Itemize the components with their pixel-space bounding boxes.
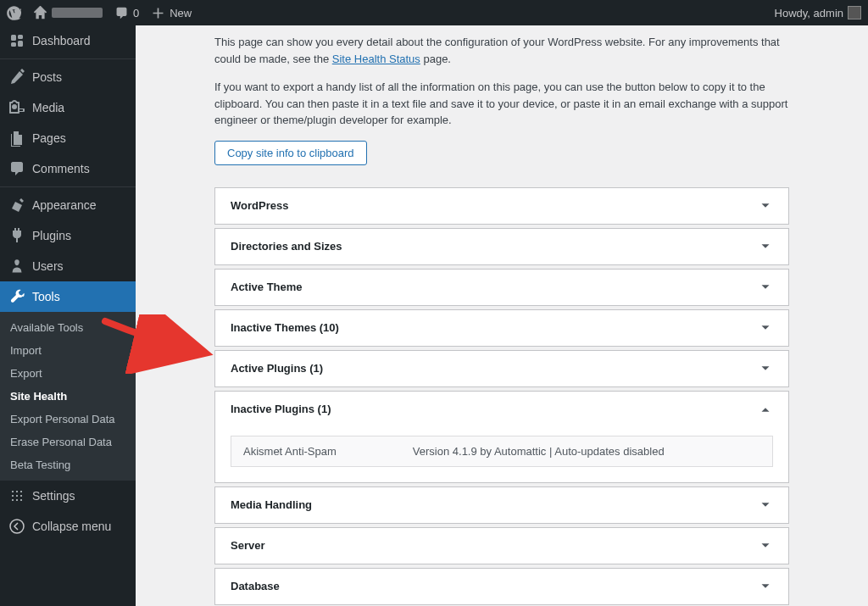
plugin-name: Akismet Anti-Spam [243,445,337,458]
panel-title: Inactive Plugins (1) [231,403,331,415]
menu-label: Media [32,101,64,114]
new-content-menu[interactable]: New [151,6,192,20]
panel-header-wordpress[interactable]: WordPress [215,188,788,224]
menu-label: Posts [32,70,62,84]
panel-media: Media Handling [214,486,789,524]
menu-posts[interactable]: Posts [0,62,136,92]
chevron-down-icon [758,239,773,254]
menu-label: Settings [32,489,75,503]
panel-title: Inactive Themes (10) [231,321,339,334]
new-label: New [170,7,192,19]
panel-header-active-plugins[interactable]: Active Plugins (1) [215,351,788,386]
chevron-down-icon [758,320,773,336]
panel-body-inactive-plugins: Akismet Anti-Spam Version 4.1.9 by Autom… [215,427,788,482]
panel-header-media[interactable]: Media Handling [215,487,788,523]
panel-title: WordPress [231,199,288,212]
submenu-import[interactable]: Import [0,339,136,362]
chevron-down-icon [758,579,773,594]
comments-menu[interactable]: 0 [114,6,139,20]
site-health-status-link[interactable]: Site Health Status [332,53,420,65]
intro-paragraph-1: This page can show you every detail abou… [214,34,789,67]
panel-directories: Directories and Sizes [214,228,789,265]
menu-media[interactable]: Media [0,92,136,123]
wp-logo-menu[interactable] [7,6,21,20]
panel-inactive-plugins: Inactive Plugins (1) Akismet Anti-Spam V… [214,391,789,483]
intro-paragraph-2: If you want to export a handy list of al… [214,79,789,129]
menu-dashboard[interactable]: Dashboard [0,25,136,56]
comment-icon [114,6,129,20]
menu-label: Plugins [32,229,71,242]
svg-point-1 [10,520,24,533]
collapse-icon [8,518,25,535]
chevron-down-icon [758,361,773,376]
menu-settings[interactable]: Settings [0,481,136,511]
media-icon [8,99,25,116]
panel-header-inactive-plugins[interactable]: Inactive Plugins (1) [215,392,788,427]
panel-inactive-themes: Inactive Themes (10) [214,309,789,347]
dashboard-icon [8,32,25,49]
panel-header-active-theme[interactable]: Active Theme [215,270,788,305]
panel-database: Database [214,568,789,605]
chevron-down-icon [758,280,773,295]
panel-wordpress: WordPress [214,187,789,225]
panel-active-plugins: Active Plugins (1) [214,350,789,387]
collapse-menu[interactable]: Collapse menu [0,511,136,542]
comments-count: 0 [133,7,139,19]
panel-active-theme: Active Theme [214,269,789,306]
panel-title: Active Plugins (1) [231,362,323,375]
site-name-menu[interactable] [33,6,103,20]
menu-label: Users [32,259,64,273]
comments-icon [8,160,25,177]
home-icon [33,6,47,20]
menu-appearance[interactable]: Appearance [0,190,136,220]
chevron-up-icon [758,402,773,417]
submenu-available-tools[interactable]: Available Tools [0,316,136,339]
copy-site-info-button[interactable]: Copy site info to clipboard [214,141,367,165]
posts-icon [8,69,25,86]
wordpress-icon [7,6,21,20]
chevron-down-icon [758,198,773,214]
panel-title: Server [231,539,264,552]
submenu-site-health[interactable]: Site Health [0,385,136,408]
panel-title: Directories and Sizes [231,240,342,253]
settings-icon [8,487,25,504]
panel-header-server[interactable]: Server [215,528,788,564]
menu-label: Dashboard [32,34,91,47]
avatar [848,6,861,19]
plus-icon [151,6,165,20]
users-icon [8,258,25,275]
menu-label: Pages [32,131,66,145]
main-content: This page can show you every detail abou… [136,25,868,606]
appearance-icon [8,197,25,214]
menu-label: Comments [32,162,90,175]
plugin-meta: Version 4.1.9 by Automattic | Auto-updat… [413,445,665,458]
menu-users[interactable]: Users [0,251,136,281]
submenu-export-pd[interactable]: Export Personal Data [0,408,136,431]
panel-title: Active Theme [231,281,303,293]
menu-plugins[interactable]: Plugins [0,220,136,251]
account-menu[interactable]: Howdy, admin [775,6,861,19]
submenu-erase-pd[interactable]: Erase Personal Data [0,431,136,453]
svg-point-0 [12,104,17,109]
chevron-down-icon [758,498,773,513]
menu-tools[interactable]: Tools [0,281,136,312]
panel-title: Database [231,580,280,592]
submenu-export[interactable]: Export [0,362,136,385]
site-name-text [52,8,103,18]
panel-server: Server [214,527,789,564]
submenu-beta[interactable]: Beta Testing [0,453,136,476]
panel-header-directories[interactable]: Directories and Sizes [215,229,788,264]
collapse-label: Collapse menu [32,520,111,533]
panel-header-inactive-themes[interactable]: Inactive Themes (10) [215,310,788,346]
howdy-text: Howdy, admin [775,7,843,19]
menu-label: Appearance [32,198,97,212]
panel-title: Media Handling [231,498,312,511]
panel-header-database[interactable]: Database [215,569,788,604]
menu-comments[interactable]: Comments [0,153,136,184]
pages-icon [8,130,25,147]
chevron-down-icon [758,538,773,553]
plugins-icon [8,227,25,244]
menu-label: Tools [32,290,60,303]
plugin-row: Akismet Anti-Spam Version 4.1.9 by Autom… [231,436,773,467]
menu-pages[interactable]: Pages [0,123,136,153]
